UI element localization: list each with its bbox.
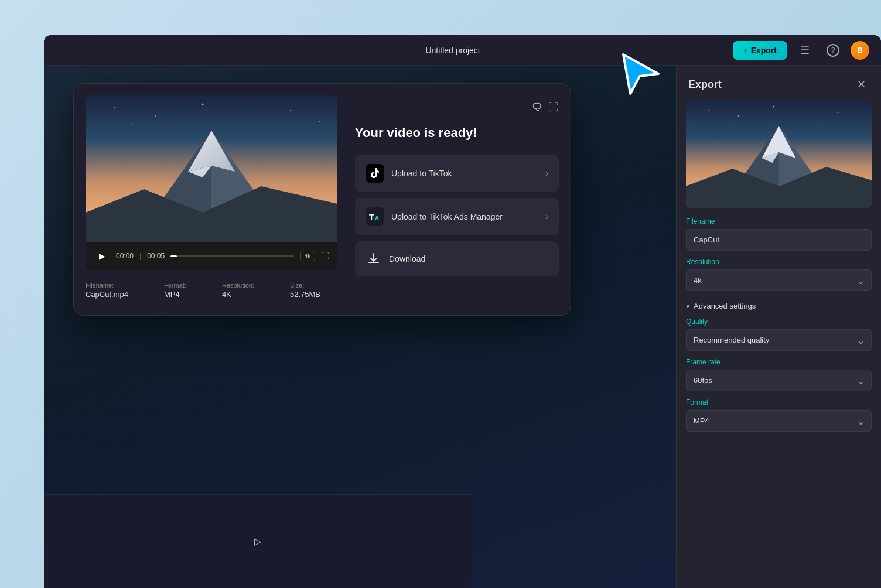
framerate-select[interactable]: 24fps 30fps 60fps	[686, 370, 872, 391]
svg-text:T: T	[369, 213, 374, 222]
meta-resolution: Resolution: 4K	[222, 282, 254, 299]
chevron-right-icon-2: ›	[545, 211, 548, 222]
advanced-settings-toggle[interactable]: ∧ Advanced settings	[677, 298, 765, 317]
upload-tiktok-label: Upload to TikTok	[391, 169, 452, 178]
format-select[interactable]: MP4 MOV AVI	[686, 410, 872, 432]
svg-point-3	[202, 104, 204, 105]
meta-divider-3	[272, 282, 272, 299]
video-ready-modal: ▶ 00:00 | 00:05 4k ⛶	[73, 83, 571, 316]
help-button[interactable]: ?	[822, 40, 844, 61]
upload-tiktok-ads-button[interactable]: T A Upload to TikTok Ads Manager ›	[355, 198, 559, 235]
help-icon: ?	[827, 44, 839, 57]
video-player: ▶ 00:00 | 00:05 4k ⛶	[86, 95, 337, 270]
export-button[interactable]: ↑ Export	[733, 41, 787, 60]
avatar-text: B	[857, 46, 862, 54]
comment-icon: 🗨	[532, 101, 542, 113]
export-preview-thumbnail	[686, 100, 872, 208]
fullscreen-button[interactable]: ⛶	[321, 251, 329, 261]
time-separator: |	[139, 252, 141, 260]
resolution-select[interactable]: 720p 1080p 2k 4k	[686, 269, 872, 291]
filename-label: Filename:	[86, 282, 128, 289]
svg-point-1	[114, 107, 115, 108]
resolution-label: Resolution:	[222, 282, 254, 289]
resolution-select-wrapper: 720p 1080p 2k 4k	[686, 269, 872, 291]
expand-icon-button[interactable]: ⛶	[548, 101, 559, 114]
current-time: 00:00	[116, 252, 134, 260]
timeline-area: ▷	[44, 494, 471, 588]
export-panel-title: Export	[688, 78, 722, 91]
progress-fill	[170, 255, 177, 257]
resolution-field-label: Resolution	[677, 258, 881, 269]
upload-tiktok-button[interactable]: Upload to TikTok ›	[355, 155, 559, 192]
format-field-label: Format	[677, 398, 881, 410]
meta-filename: Filename: CapCut.mp4	[86, 282, 128, 299]
svg-point-4	[132, 124, 133, 125]
menu-icon: ☰	[800, 44, 810, 57]
canvas-area: ▶ 00:00 | 00:05 4k ⛶	[44, 66, 676, 588]
quality-field-label: Quality	[677, 317, 881, 329]
filename-input[interactable]	[686, 229, 872, 251]
svg-point-19	[838, 112, 839, 113]
upload-ads-left: T A Upload to TikTok Ads Manager	[366, 207, 503, 226]
size-label: Size:	[290, 282, 320, 289]
video-ready-title: Your video is ready!	[355, 125, 559, 141]
svg-point-2	[155, 115, 156, 117]
download-button[interactable]: Download	[355, 241, 559, 276]
editor-window: Untitled project ↑ Export ☰ ? B	[44, 35, 881, 588]
svg-point-6	[319, 121, 320, 122]
modal-action-section: 🗨 ⛶ Your video is ready!	[337, 95, 559, 303]
chevron-up-icon: ∧	[686, 303, 690, 309]
video-meta: Filename: CapCut.mp4 Format: MP4 Resolut…	[86, 277, 337, 303]
size-value: 52.75MB	[290, 290, 320, 299]
modal-top-icons: 🗨 ⛶	[355, 101, 559, 114]
tiktok-icon	[366, 164, 384, 183]
svg-point-5	[290, 110, 291, 111]
timeline-play-icon: ▷	[254, 536, 261, 547]
export-close-button[interactable]: ✕	[853, 76, 869, 93]
export-panel: Export ✕	[676, 66, 881, 588]
project-title: Untitled project	[425, 46, 480, 55]
topbar-actions: ↑ Export ☰ ? B	[733, 40, 869, 61]
format-label: Format:	[164, 282, 186, 289]
play-button[interactable]: ▶	[94, 248, 110, 264]
quality-select[interactable]: Recommended quality High quality Ultra q…	[686, 329, 872, 351]
chevron-right-icon-1: ›	[545, 168, 548, 179]
filename-value: CapCut.mp4	[86, 290, 128, 299]
resolution-value: 4K	[222, 290, 254, 299]
format-select-wrapper: MP4 MOV AVI	[686, 410, 872, 432]
framerate-select-wrapper: 24fps 30fps 60fps	[686, 370, 872, 391]
menu-button[interactable]: ☰	[794, 40, 815, 61]
export-mountain-svg	[686, 100, 872, 208]
format-value: MP4	[164, 290, 186, 299]
download-icon	[366, 251, 382, 267]
modal-video-section: ▶ 00:00 | 00:05 4k ⛶	[86, 95, 337, 303]
video-controls: ▶ 00:00 | 00:05 4k ⛶	[86, 242, 337, 270]
meta-divider-2	[204, 282, 204, 299]
export-upload-icon: ↑	[743, 46, 747, 54]
timeline-play-button[interactable]: ▷	[247, 531, 268, 552]
comment-icon-button[interactable]: 🗨	[532, 101, 542, 114]
video-thumbnail	[86, 95, 337, 242]
avatar-button[interactable]: B	[851, 41, 869, 60]
export-panel-header: Export ✕	[677, 66, 881, 100]
upload-ads-label: Upload to TikTok Ads Manager	[391, 212, 503, 221]
tiktok-ads-icon: T A	[366, 207, 384, 226]
fullscreen-icon: ⛶	[321, 251, 329, 261]
close-icon: ✕	[857, 78, 866, 91]
topbar: Untitled project ↑ Export ☰ ? B	[44, 35, 881, 66]
svg-text:A: A	[375, 215, 379, 221]
download-label: Download	[389, 254, 425, 264]
quality-select-wrapper: Recommended quality High quality Ultra q…	[686, 329, 872, 351]
progress-bar[interactable]	[170, 255, 294, 257]
upload-tiktok-left: Upload to TikTok	[366, 164, 452, 183]
framerate-field-label: Frame rate	[677, 358, 881, 370]
total-time: 00:05	[147, 252, 165, 260]
export-label: Export	[751, 46, 777, 55]
filename-field-label: Filename	[677, 217, 881, 229]
meta-size: Size: 52.75MB	[290, 282, 320, 299]
meta-format: Format: MP4	[164, 282, 186, 299]
expand-icon: ⛶	[548, 101, 559, 113]
mountain-svg	[86, 95, 337, 242]
editor-main: ▶ 00:00 | 00:05 4k ⛶	[44, 66, 881, 588]
svg-point-16	[709, 110, 710, 111]
